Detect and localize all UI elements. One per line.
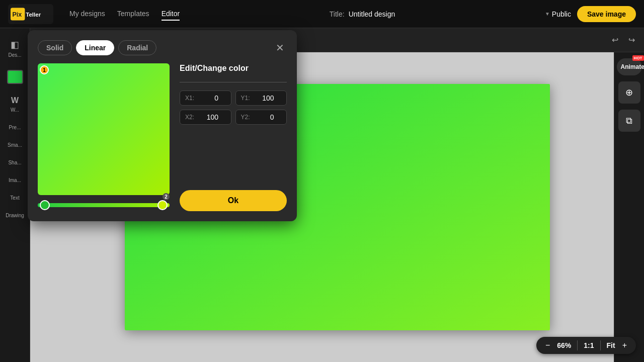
public-button[interactable]: ▼ Public: [545, 10, 571, 18]
add-page-icon: ⊕: [625, 87, 633, 98]
gradient-picker-wrap: 1 2: [38, 63, 170, 211]
copy-page-button[interactable]: ⧉: [618, 110, 640, 132]
sidebar-label-design: Des...: [8, 52, 21, 58]
y1-input[interactable]: [254, 94, 274, 102]
save-image-button[interactable]: Save image: [577, 6, 636, 22]
redo-button[interactable]: ↪: [625, 33, 638, 47]
sidebar-item-text[interactable]: Text: [2, 190, 28, 206]
dialog-body: 1 2 Edit/Change color X1:: [38, 63, 287, 211]
public-label: Public: [552, 10, 571, 18]
x1-field: X1:: [180, 90, 231, 106]
nav-my-designs[interactable]: My designs: [69, 8, 105, 21]
animate-button[interactable]: Animate: [617, 58, 642, 75]
sidebar-item-smart[interactable]: Sma...: [2, 137, 28, 153]
sidebar-item-presets[interactable]: Pre...: [2, 120, 28, 135]
sidebar-label-smart: Sma...: [8, 142, 22, 148]
add-page-button[interactable]: ⊕: [618, 81, 640, 104]
edit-color-divider: [180, 82, 287, 82]
sidebar-label-shapes: Sha...: [8, 160, 21, 165]
copy-page-icon: ⧉: [626, 116, 632, 126]
color-swatch[interactable]: [7, 70, 23, 84]
sidebar-item-w[interactable]: W W...: [2, 91, 28, 118]
y1-field: Y1:: [235, 90, 287, 106]
y2-input[interactable]: [254, 113, 274, 121]
x1-input[interactable]: [198, 94, 218, 102]
sidebar-item-color[interactable]: [2, 65, 28, 89]
y2-field: Y2:: [235, 110, 287, 125]
color-stop-1[interactable]: 1: [40, 65, 49, 74]
logo: Pix Teller: [8, 4, 53, 24]
gradient-color-box[interactable]: 1: [38, 63, 170, 195]
bottom-bar: − 66% 1:1 Fit +: [536, 337, 636, 354]
dialog-right: Edit/Change color X1: Y1: X2: Y2:: [180, 63, 287, 211]
svg-text:Teller: Teller: [26, 12, 41, 18]
sidebar-item-drawing[interactable]: Drawing: [2, 208, 28, 223]
y2-label: Y2:: [241, 114, 251, 121]
zoom-in-bottom-button[interactable]: +: [619, 340, 630, 351]
sidebar-label-image: Ima...: [9, 177, 21, 183]
sidebar-item-shapes[interactable]: Sha...: [2, 155, 28, 170]
w-icon: W: [11, 96, 19, 105]
svg-text:Pix: Pix: [13, 11, 22, 18]
dialog-header: Solid Linear Radial ✕: [38, 40, 287, 55]
nav-right: ▼ Public Save image: [545, 6, 636, 22]
coords-grid: X1: Y1: X2: Y2:: [180, 90, 287, 125]
nav-links: My designs Templates Editor: [69, 8, 180, 21]
hot-badge: HOT: [632, 55, 644, 61]
left-sidebar: ◧ Des... W W... Pre... Sma... Sha... Ima…: [0, 28, 30, 362]
x2-field: X2:: [180, 110, 231, 125]
gradient-slider[interactable]: 2: [38, 203, 170, 207]
x2-label: X2:: [185, 114, 195, 121]
linear-mode-button[interactable]: Linear: [76, 40, 114, 55]
radial-mode-button[interactable]: Radial: [118, 40, 156, 55]
x2-input[interactable]: [198, 113, 218, 121]
top-navigation: Pix Teller My designs Templates Editor T…: [0, 0, 644, 28]
ratio-display: 1:1: [582, 341, 596, 349]
title-label: Title:: [330, 10, 345, 18]
sidebar-label-text: Text: [10, 195, 19, 201]
sidebar-label-w: W...: [11, 107, 19, 113]
solid-mode-button[interactable]: Solid: [38, 40, 72, 55]
gradient-slider-wrap: 2: [38, 203, 170, 211]
edit-color-title: Edit/Change color: [180, 63, 287, 74]
color-picker-dialog: Solid Linear Radial ✕ 1 2: [28, 30, 297, 221]
ok-button[interactable]: Ok: [180, 190, 287, 211]
fit-label[interactable]: Fit: [605, 341, 617, 349]
sidebar-item-image[interactable]: Ima...: [2, 172, 28, 188]
title-value[interactable]: Untitled design: [349, 10, 395, 18]
nav-templates[interactable]: Templates: [117, 8, 149, 21]
undo-button[interactable]: ↩: [609, 33, 621, 47]
y1-label: Y1:: [241, 95, 251, 102]
sidebar-item-design[interactable]: ◧ Des...: [2, 34, 28, 63]
slider-handle-right[interactable]: [157, 200, 168, 210]
sidebar-label-drawing: Drawing: [6, 213, 24, 218]
slider-handle-left[interactable]: [40, 200, 50, 210]
close-dialog-button[interactable]: ✕: [273, 41, 287, 55]
x1-label: X1:: [185, 95, 195, 102]
zoom-out-bottom-button[interactable]: −: [542, 340, 553, 351]
sidebar-label-presets: Pre...: [9, 125, 21, 130]
chevron-down-icon: ▼: [545, 11, 550, 17]
animate-button-wrap: Animate HOT: [617, 58, 642, 75]
nav-center: Title: Untitled design: [192, 10, 533, 18]
bottom-separator-2: [600, 340, 601, 350]
mode-buttons: Solid Linear Radial: [38, 40, 156, 55]
zoom-value-display: 66%: [555, 341, 573, 349]
nav-editor[interactable]: Editor: [162, 8, 180, 21]
stop-number-2: 2: [163, 193, 170, 200]
close-icon: ✕: [276, 42, 284, 54]
design-icon: ◧: [11, 39, 19, 50]
right-panel: Animate HOT ⊕ ⧉: [614, 52, 644, 362]
bottom-separator-1: [577, 340, 578, 350]
